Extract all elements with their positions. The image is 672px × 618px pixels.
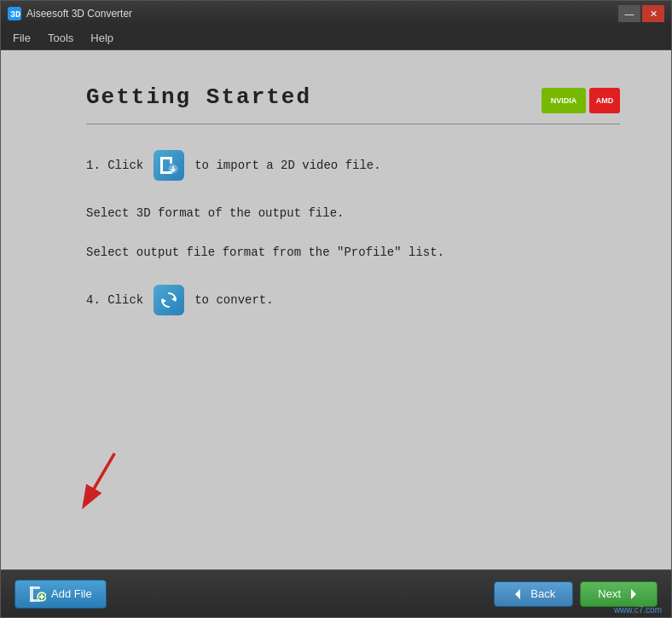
nav-buttons: Back Next <box>494 581 658 607</box>
svg-marker-10 <box>171 297 176 302</box>
back-icon <box>512 587 525 601</box>
step-3-text: Select output file format from the "Prof… <box>86 245 444 259</box>
title-bar-left: 3D Aiseesoft 3D Converter <box>8 7 132 20</box>
next-icon <box>626 587 640 601</box>
next-label: Next <box>598 587 621 600</box>
svg-marker-20 <box>631 589 636 599</box>
page-title: Getting Started <box>86 84 311 110</box>
step-4: 4. Click to convert. <box>86 285 620 315</box>
amd-badge: AMD <box>589 88 620 113</box>
menu-file[interactable]: File <box>4 28 39 48</box>
step-1-after: to import a 2D video file. <box>194 159 380 172</box>
menu-tools[interactable]: Tools <box>39 28 82 48</box>
minimize-button[interactable]: — <box>618 5 640 22</box>
header-divider <box>86 124 620 124</box>
window-title: Aiseesoft 3D Converter <box>26 8 132 20</box>
add-file-label: Add File <box>51 587 92 600</box>
step-4-convert-icon <box>154 285 184 315</box>
content-panel: Getting Started NVIDIA AMD 1. Click <box>1 50 671 569</box>
app-icon: 3D <box>8 7 21 20</box>
badge-container: NVIDIA AMD <box>542 88 620 113</box>
back-button[interactable]: Back <box>494 581 573 607</box>
next-button[interactable]: Next <box>580 581 658 607</box>
arrow-container <box>69 446 137 518</box>
window-controls: — ✕ <box>618 5 664 22</box>
watermark: www.c7.com <box>614 605 662 615</box>
main-area: Getting Started NVIDIA AMD 1. Click <box>1 50 671 569</box>
svg-text:3D: 3D <box>10 10 20 20</box>
title-bar: 3D Aiseesoft 3D Converter — ✕ <box>1 1 671 26</box>
step-2-text: Select 3D format of the output file. <box>86 206 344 220</box>
step-4-number: 4. Click <box>86 293 143 307</box>
svg-rect-14 <box>30 586 40 589</box>
nvidia-badge: NVIDIA <box>542 88 586 113</box>
step-4-after: to convert. <box>194 293 273 307</box>
svg-rect-5 <box>170 157 172 164</box>
add-file-button[interactable]: Add File <box>14 580 107 609</box>
svg-marker-11 <box>162 298 166 303</box>
svg-marker-19 <box>515 589 520 599</box>
getting-started-header: Getting Started NVIDIA AMD <box>86 84 620 113</box>
step-1: 1. Click to import a 2 <box>86 150 620 181</box>
steps-list: 1. Click to import a 2 <box>86 150 620 315</box>
step-1-number: 1. Click <box>86 159 143 172</box>
main-window: 3D Aiseesoft 3D Converter — ✕ File Tools… <box>0 0 672 618</box>
menu-help[interactable]: Help <box>82 28 122 48</box>
bottom-bar: Add File Back Next <box>1 569 671 617</box>
step-2: Select 3D format of the output file. <box>86 206 620 220</box>
add-file-icon <box>29 586 46 603</box>
step-1-import-icon <box>154 150 184 181</box>
back-label: Back <box>530 587 555 600</box>
close-button[interactable]: ✕ <box>642 5 664 22</box>
menu-bar: File Tools Help <box>1 26 671 50</box>
down-arrow <box>69 446 137 514</box>
step-3: Select output file format from the "Prof… <box>86 245 620 259</box>
